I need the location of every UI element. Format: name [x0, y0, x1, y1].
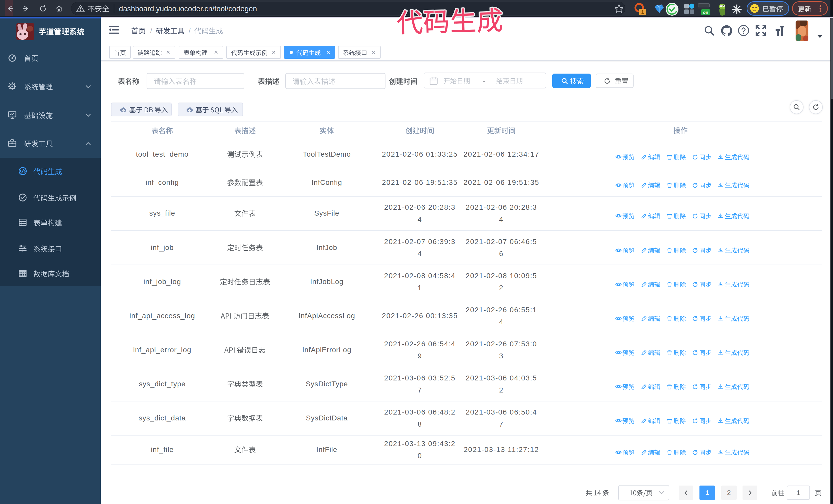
svg-text:1: 1	[641, 9, 644, 15]
svg-text:on: on	[703, 10, 709, 15]
